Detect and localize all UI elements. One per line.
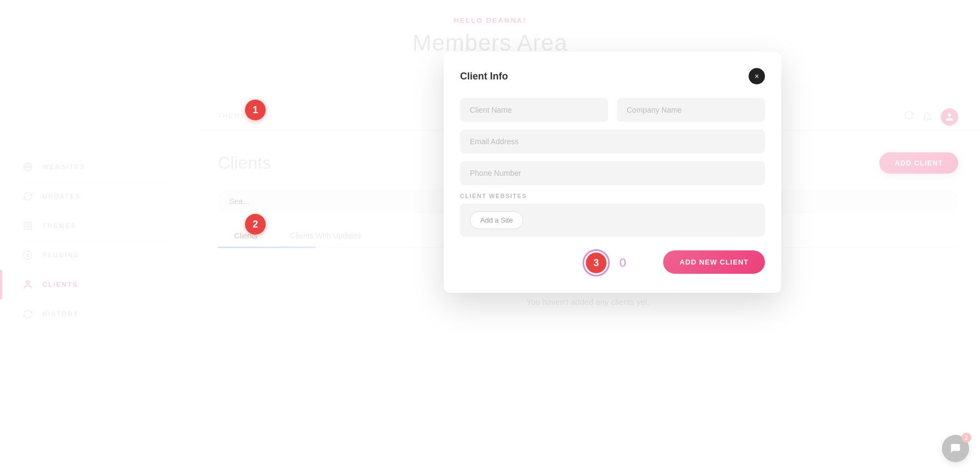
modal-footer: ADD NEW CLIENT (460, 250, 765, 274)
form-row-2 (460, 130, 765, 153)
modal-header: Client Info × (460, 68, 765, 84)
form-row-3 (460, 161, 765, 185)
modal-title: Client Info (460, 71, 508, 82)
step-badge-2: 2 (245, 214, 266, 235)
client-name-input[interactable] (460, 98, 608, 122)
add-new-client-button[interactable]: ADD NEW CLIENT (663, 250, 765, 274)
phone-input[interactable] (460, 161, 765, 185)
email-input[interactable] (460, 130, 765, 153)
step-badge-1: 1 (245, 100, 266, 120)
client-info-modal: Client Info × CLIENT WEBSITES Add a Site… (444, 52, 781, 293)
company-name-input[interactable] (617, 98, 765, 122)
modal-close-button[interactable]: × (749, 68, 765, 84)
step-badge-3-ring: 3 (583, 249, 610, 277)
step-badge-3: 3 (586, 253, 607, 273)
add-site-button[interactable]: Add a Site (470, 211, 523, 229)
form-row-1 (460, 98, 765, 122)
client-websites-section: CLIENT WEBSITES Add a Site (460, 193, 765, 237)
step-badge-3-wrapper: 3 0 (583, 249, 610, 277)
client-websites-label: CLIENT WEBSITES (460, 193, 765, 199)
step-count: 0 (620, 256, 626, 270)
